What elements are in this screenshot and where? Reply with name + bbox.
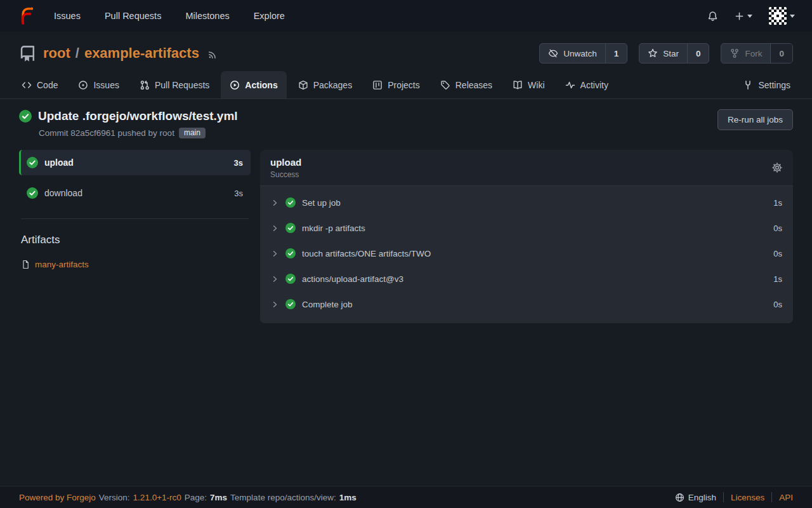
- tab-pull-requests[interactable]: Pull Requests: [131, 71, 218, 98]
- step-row-mkdir[interactable]: mkdir -p artifacts 0s: [260, 215, 793, 241]
- issue-circle-icon: [78, 80, 88, 90]
- job-item-upload[interactable]: upload 3s: [19, 150, 251, 175]
- repo-action-buttons: Unwatch 1 Star 0 Fork 0: [539, 43, 793, 64]
- play-circle-icon: [230, 80, 240, 90]
- avatar: [769, 7, 787, 25]
- tab-settings[interactable]: Settings: [734, 71, 799, 98]
- plus-icon: [735, 11, 744, 21]
- repo-owner-link[interactable]: root: [43, 45, 70, 62]
- footer-links: English Licenses API: [675, 492, 793, 502]
- tab-releases[interactable]: Releases: [431, 71, 501, 98]
- repo-separator: /: [75, 45, 79, 62]
- rss-icon[interactable]: [207, 50, 218, 60]
- step-row-complete-job[interactable]: Complete job 0s: [260, 291, 793, 317]
- bell-icon[interactable]: [707, 11, 718, 22]
- book-icon: [513, 80, 523, 90]
- project-board-icon: [372, 80, 383, 90]
- job-duration: 3s: [234, 189, 243, 198]
- tab-packages[interactable]: Packages: [289, 71, 361, 98]
- tab-actions[interactable]: Actions: [221, 71, 286, 98]
- user-menu-dropdown[interactable]: [769, 7, 795, 25]
- check-circle-icon: [285, 248, 296, 258]
- nav-link-issues[interactable]: Issues: [54, 11, 81, 21]
- language-selector[interactable]: English: [675, 493, 716, 502]
- footer-divider: [771, 492, 772, 502]
- file-icon: [21, 260, 30, 269]
- check-circle-icon: [285, 274, 296, 284]
- step-name: mkdir -p artifacts: [302, 224, 365, 233]
- forgejo-logo-icon[interactable]: [17, 6, 36, 25]
- fork-button[interactable]: Fork 0: [721, 43, 793, 64]
- watchers-count[interactable]: 1: [605, 44, 627, 63]
- step-duration: 1s: [773, 274, 782, 284]
- fork-icon: [730, 48, 740, 58]
- stars-count[interactable]: 0: [687, 44, 709, 63]
- unwatch-label: Unwatch: [563, 49, 597, 58]
- jobs-sidebar: upload 3s download 3s Artifacts many-art…: [19, 150, 251, 269]
- commit-line: Commit 82a5cf6961 pushed by root main: [39, 128, 238, 138]
- step-name: actions/upload-artifact@v3: [302, 274, 403, 284]
- step-name: Complete job: [302, 300, 353, 309]
- eye-slash-icon: [548, 48, 558, 58]
- navbar-right: [707, 7, 795, 25]
- page-time-value: 7ms: [210, 493, 227, 502]
- repo-title: root / example-artifacts: [43, 45, 199, 62]
- step-duration: 0s: [773, 249, 782, 258]
- job-item-download[interactable]: download 3s: [19, 180, 251, 206]
- page-time-label: Page:: [185, 493, 207, 502]
- chevron-right-icon: [271, 275, 279, 283]
- step-row-touch[interactable]: touch artifacts/ONE artifacts/TWO 0s: [260, 241, 793, 266]
- run-header: Update .forgejo/workflows/test.yml Commi…: [19, 109, 793, 138]
- licenses-link[interactable]: Licenses: [731, 493, 764, 502]
- steps-list: Set up job 1s mkdir -p artifacts 0s touc…: [260, 186, 793, 323]
- powered-by-forgejo-link[interactable]: Powered by Forgejo: [19, 493, 96, 502]
- version-label: Version:: [99, 493, 130, 502]
- version-link[interactable]: 1.21.0+1-rc0: [133, 493, 181, 502]
- tab-code[interactable]: Code: [13, 71, 67, 98]
- step-duration: 0s: [773, 300, 782, 309]
- step-duration: 0s: [773, 224, 782, 233]
- sidebar-divider: [21, 218, 249, 219]
- tab-issues[interactable]: Issues: [69, 71, 128, 98]
- star-icon: [648, 48, 658, 58]
- step-row-setup-job[interactable]: Set up job 1s: [260, 190, 793, 215]
- check-circle-icon: [285, 223, 296, 233]
- chevron-down-icon: [790, 15, 795, 18]
- nav-link-explore[interactable]: Explore: [254, 11, 285, 21]
- footer-divider: [723, 492, 724, 502]
- tab-projects[interactable]: Projects: [363, 71, 429, 98]
- nav-link-pull-requests[interactable]: Pull Requests: [105, 11, 161, 21]
- repo-name-link[interactable]: example-artifacts: [84, 45, 199, 62]
- check-circle-icon: [27, 157, 38, 168]
- create-new-dropdown[interactable]: [735, 11, 752, 21]
- job-duration: 3s: [234, 158, 243, 168]
- chevron-right-icon: [271, 250, 279, 258]
- job-status: Success: [270, 170, 301, 179]
- unwatch-button[interactable]: Unwatch 1: [539, 43, 627, 64]
- step-name: Set up job: [302, 198, 341, 208]
- job-name: download: [44, 188, 82, 198]
- check-circle-icon: [27, 187, 38, 199]
- repo-header: root / example-artifacts Unwatch 1 Star …: [0, 32, 812, 71]
- tab-wiki[interactable]: Wiki: [504, 71, 553, 98]
- star-label: Star: [663, 49, 679, 58]
- page-footer: Powered by Forgejo Version: 1.21.0+1-rc0…: [0, 486, 812, 508]
- branch-badge[interactable]: main: [179, 128, 206, 138]
- navbar-links: Issues Pull Requests Milestones Explore: [54, 11, 285, 21]
- api-link[interactable]: API: [779, 493, 793, 502]
- template-time-label: Template repo/actions/view:: [230, 493, 336, 502]
- job-detail-title: upload: [270, 157, 301, 168]
- nav-link-milestones[interactable]: Milestones: [185, 11, 229, 21]
- chevron-right-icon: [271, 300, 279, 309]
- actions-run-view: Update .forgejo/workflows/test.yml Commi…: [0, 99, 812, 323]
- artifact-link-many-artifacts[interactable]: many-artifacts: [21, 260, 251, 269]
- tab-activity[interactable]: Activity: [556, 71, 617, 98]
- step-row-upload-artifact[interactable]: actions/upload-artifact@v3 1s: [260, 266, 793, 291]
- forks-count[interactable]: 0: [770, 44, 792, 63]
- tag-icon: [440, 80, 450, 90]
- gear-icon[interactable]: [771, 162, 783, 173]
- code-icon: [22, 80, 32, 90]
- pulse-icon: [565, 80, 575, 90]
- rerun-all-jobs-button[interactable]: Re-run all jobs: [717, 109, 793, 130]
- star-button[interactable]: Star 0: [639, 43, 709, 64]
